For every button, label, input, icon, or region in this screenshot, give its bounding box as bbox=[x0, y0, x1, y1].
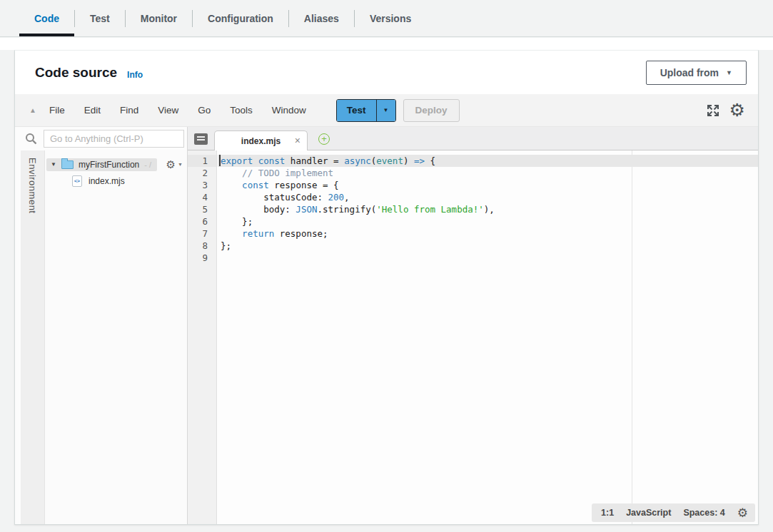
nav-tab-versions[interactable]: Versions bbox=[354, 10, 426, 27]
code-line[interactable]: // TODO implement bbox=[218, 167, 758, 179]
editor-settings-gear-icon[interactable]: ⚙ bbox=[729, 101, 745, 119]
editor-menus: FileEditFindViewGoToolsWindow bbox=[49, 105, 306, 116]
code-line[interactable] bbox=[218, 252, 758, 264]
code-line[interactable]: }; bbox=[218, 240, 758, 252]
upload-from-label: Upload from bbox=[660, 67, 719, 78]
chevron-down-icon: ▼ bbox=[726, 69, 732, 76]
file-name: index.mjs bbox=[89, 176, 125, 186]
tab-label: index.mjs bbox=[241, 136, 281, 146]
line-number[interactable]: 8 bbox=[188, 240, 216, 252]
deploy-button[interactable]: Deploy bbox=[403, 99, 460, 122]
folder-myFirstFunction[interactable]: ▼ myFirstFunction - / bbox=[46, 158, 157, 171]
collapse-editor-icon[interactable]: ▲ bbox=[29, 106, 36, 114]
editor-column: index.mjs × + 123456789 export const han… bbox=[188, 127, 758, 524]
new-tab-button[interactable]: + bbox=[318, 133, 330, 145]
open-files-list-icon[interactable] bbox=[194, 133, 208, 145]
menu-window[interactable]: Window bbox=[272, 105, 306, 116]
gear-icon: ⚙ bbox=[166, 158, 176, 171]
status-settings-gear-icon[interactable]: ⚙ bbox=[737, 507, 748, 519]
indentation-setting[interactable]: Spaces: 4 bbox=[683, 507, 724, 519]
function-nav-tabs: CodeTestMonitorConfigurationAliasesVersi… bbox=[0, 0, 773, 37]
fullscreen-icon[interactable] bbox=[706, 103, 720, 118]
js-file-icon: <> bbox=[72, 175, 82, 187]
chevron-down-icon: ▼ bbox=[178, 162, 183, 167]
test-button[interactable]: Test bbox=[337, 100, 376, 121]
sidebar-body: Environment ▼ myFirstFunction - / ⚙ ▼ bbox=[15, 150, 187, 524]
editor-workspace: Environment ▼ myFirstFunction - / ⚙ ▼ bbox=[15, 127, 758, 524]
line-number[interactable]: 7 bbox=[188, 227, 216, 240]
file-row-index-mjs[interactable]: <> index.mjs bbox=[45, 173, 187, 188]
folder-path-suffix: - / bbox=[144, 160, 151, 169]
line-number[interactable]: 4 bbox=[188, 191, 216, 203]
code-editor[interactable]: 123456789 export const handler = async(e… bbox=[188, 150, 758, 524]
code-line[interactable]: }; bbox=[218, 215, 758, 227]
line-number[interactable]: 9 bbox=[188, 252, 216, 264]
band bbox=[0, 38, 773, 50]
line-number[interactable]: 3 bbox=[188, 179, 216, 191]
code-source-header: Code source Info Upload from ▼ bbox=[15, 51, 758, 94]
editor-tab-bar: index.mjs × + bbox=[188, 127, 758, 150]
go-to-anything-row bbox=[15, 127, 187, 150]
nav-tab-aliases[interactable]: Aliases bbox=[288, 10, 354, 27]
tree-settings-button[interactable]: ⚙ ▼ bbox=[166, 158, 183, 171]
menu-bar-icons: ⚙ bbox=[706, 101, 745, 119]
menu-find[interactable]: Find bbox=[120, 105, 138, 116]
editor-menu-bar: ▲ FileEditFindViewGoToolsWindow Test ▼ D… bbox=[15, 94, 758, 127]
environment-tab[interactable]: Environment bbox=[27, 158, 38, 524]
info-link[interactable]: Info bbox=[127, 70, 143, 80]
nav-tab-code[interactable]: Code bbox=[19, 0, 74, 36]
go-to-anything-input[interactable] bbox=[44, 130, 184, 148]
editor-status-bar: 1:1 JavaScript Spaces: 4 ⚙ bbox=[592, 503, 755, 522]
upload-from-button[interactable]: Upload from ▼ bbox=[646, 61, 747, 85]
folder-expand-icon[interactable]: ▼ bbox=[51, 161, 56, 168]
nav-tab-configuration[interactable]: Configuration bbox=[192, 10, 288, 27]
menu-view[interactable]: View bbox=[158, 105, 178, 116]
nav-tab-test[interactable]: Test bbox=[74, 10, 125, 27]
search-icon bbox=[25, 133, 37, 145]
folder-row: ▼ myFirstFunction - / ⚙ ▼ bbox=[46, 157, 183, 172]
code-source-panel: Code source Info Upload from ▼ ▲ FileEdi… bbox=[14, 50, 759, 525]
test-split-button[interactable]: Test ▼ bbox=[336, 99, 396, 122]
file-tree: ▼ myFirstFunction - / ⚙ ▼ <> index.mjs bbox=[45, 150, 187, 524]
folder-icon bbox=[61, 160, 74, 169]
code-line[interactable]: const response = { bbox=[218, 179, 758, 191]
menu-go[interactable]: Go bbox=[198, 105, 211, 116]
line-number[interactable]: 5 bbox=[188, 203, 216, 215]
line-number[interactable]: 2 bbox=[188, 167, 216, 179]
environment-tab-strip: Environment bbox=[21, 150, 45, 524]
nav-tab-monitor[interactable]: Monitor bbox=[125, 10, 192, 27]
code-line[interactable]: return response; bbox=[218, 227, 758, 240]
code-line[interactable]: body: JSON.stringify('Hello from Lambda!… bbox=[218, 203, 758, 215]
line-number[interactable]: 6 bbox=[188, 215, 216, 227]
tab-index-mjs[interactable]: index.mjs × bbox=[214, 131, 308, 150]
close-tab-icon[interactable]: × bbox=[295, 135, 300, 146]
test-dropdown-caret[interactable]: ▼ bbox=[376, 100, 395, 121]
cursor-position[interactable]: 1:1 bbox=[601, 507, 614, 519]
menu-edit[interactable]: Edit bbox=[84, 105, 101, 116]
menu-tools[interactable]: Tools bbox=[230, 105, 253, 116]
language-mode[interactable]: JavaScript bbox=[626, 507, 671, 519]
line-number-gutter[interactable]: 123456789 bbox=[188, 150, 217, 524]
code-lines[interactable]: export const handler = async(event) => {… bbox=[218, 150, 758, 264]
page-title: Code source bbox=[35, 65, 117, 81]
folder-name: myFirstFunction bbox=[79, 160, 139, 170]
file-explorer-sidebar: Environment ▼ myFirstFunction - / ⚙ ▼ bbox=[15, 127, 188, 524]
menu-file[interactable]: File bbox=[49, 105, 65, 116]
code-line[interactable]: export const handler = async(event) => { bbox=[218, 155, 758, 167]
text-cursor bbox=[219, 155, 221, 166]
code-line[interactable]: statusCode: 200, bbox=[218, 191, 758, 203]
line-number[interactable]: 1 bbox=[188, 155, 216, 167]
